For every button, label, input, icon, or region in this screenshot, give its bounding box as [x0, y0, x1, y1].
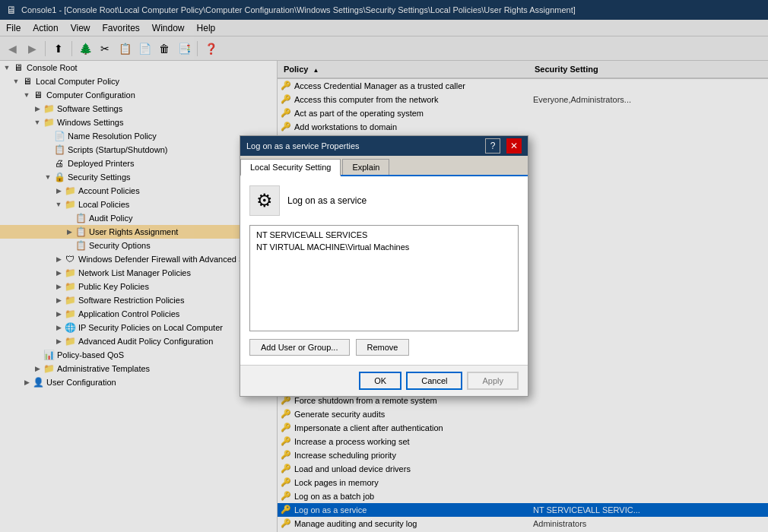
add-user-button[interactable]: Add User or Group...	[249, 339, 350, 356]
modal-dialog: Log on as a service Properties ? ✕ Local…	[240, 135, 528, 397]
modal-body: ⚙ Log on as a service NT SERVICE\ALL SER…	[240, 176, 528, 365]
remove-button[interactable]: Remove	[356, 339, 410, 356]
modal-titlebar: Log on as a service Properties ? ✕	[240, 136, 528, 156]
modal-title: Log on as a service Properties	[246, 141, 360, 150]
ok-button[interactable]: OK	[359, 372, 401, 390]
modal-service-header: ⚙ Log on as a service	[249, 185, 519, 216]
modal-listbox-item[interactable]: NT SERVICE\ALL SERVICES	[253, 229, 515, 241]
modal-listbox-item[interactable]: NT VIRTUAL MACHINE\Virtual Machines	[253, 241, 515, 253]
modal-help-button[interactable]: ?	[485, 138, 500, 154]
modal-tab-explain[interactable]: Explain	[342, 159, 389, 175]
service-label: Log on as a service	[287, 195, 367, 206]
modal-overlay: Log on as a service Properties ? ✕ Local…	[0, 0, 768, 532]
cancel-button[interactable]: Cancel	[406, 372, 462, 390]
modal-close-button[interactable]: ✕	[506, 138, 522, 154]
service-icon: ⚙	[249, 185, 280, 216]
apply-button[interactable]: Apply	[467, 372, 519, 390]
modal-tab-local-security[interactable]: Local Security Setting	[240, 159, 341, 176]
modal-listbox[interactable]: NT SERVICE\ALL SERVICESNT VIRTUAL MACHIN…	[249, 225, 519, 331]
modal-footer: OK Cancel Apply	[240, 365, 528, 396]
modal-tabs: Local Security SettingExplain	[240, 156, 528, 176]
modal-action-buttons: Add User or Group... Remove	[249, 339, 519, 356]
